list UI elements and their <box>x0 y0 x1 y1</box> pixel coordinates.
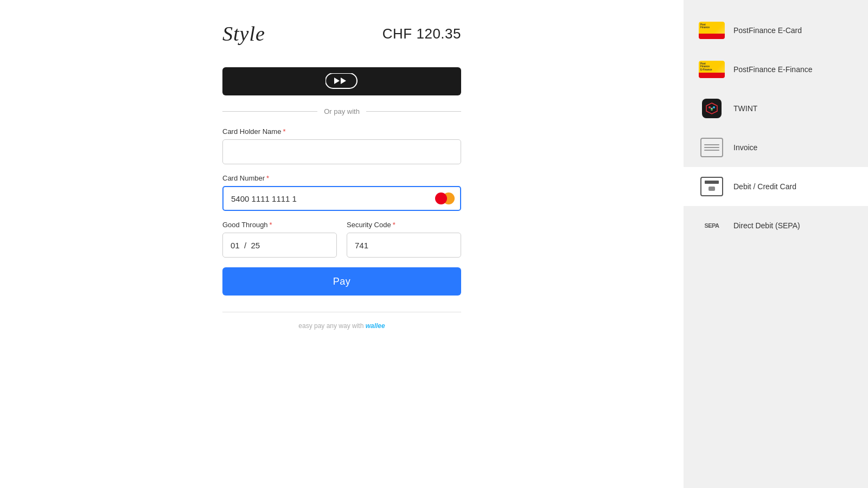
divider-line-right <box>366 111 461 112</box>
security-code-field-group: Security Code * <box>347 221 461 258</box>
card-number-wrapper <box>222 186 461 211</box>
mastercard-icon <box>435 192 455 204</box>
svg-marker-2 <box>341 78 346 84</box>
postfinance-ecard-icon: PostFinance <box>699 21 725 40</box>
express-pay-button[interactable] <box>222 67 461 95</box>
postfinance-ecard-label: PostFinance E-Card <box>733 26 802 35</box>
sidebar-item-postfinance-ecard[interactable]: PostFinance PostFinance E-Card <box>684 11 868 50</box>
footer: easy pay any way with wallee <box>222 322 461 330</box>
required-star-4: * <box>393 221 395 229</box>
invoice-icon <box>699 138 725 157</box>
sidebar-item-twint[interactable]: T TWINT <box>684 89 868 128</box>
divider-line-left <box>222 111 317 112</box>
card-number-field-group: Card Number * <box>222 174 461 211</box>
sepa-icon: SEPA <box>699 216 725 235</box>
required-star-3: * <box>270 221 272 229</box>
sidebar-item-sepa[interactable]: SEPA Direct Debit (SEPA) <box>684 206 868 245</box>
or-pay-with-divider: Or pay with <box>222 107 461 115</box>
brand-logo: Style <box>222 22 265 46</box>
wallee-brand: wallee <box>366 322 385 330</box>
good-through-label: Good Through * <box>222 221 337 229</box>
sepa-label: Direct Debit (SEPA) <box>733 221 800 230</box>
card-holder-input[interactable] <box>222 139 461 164</box>
required-star: * <box>283 127 285 136</box>
card-number-label: Card Number * <box>222 174 461 182</box>
svg-point-7 <box>713 106 715 108</box>
card-number-input[interactable] <box>222 186 461 211</box>
security-code-label: Security Code * <box>347 221 461 229</box>
security-code-input[interactable] <box>347 233 461 258</box>
debit-credit-card-label: Debit / Credit Card <box>733 182 796 191</box>
svg-point-6 <box>709 106 711 108</box>
invoice-label: Invoice <box>733 143 757 152</box>
svg-marker-1 <box>334 78 340 84</box>
card-holder-label: Card Holder Name * <box>222 127 461 136</box>
header: Style CHF 120.35 <box>222 22 461 46</box>
good-through-input[interactable] <box>222 233 337 258</box>
good-through-field-group: Good Through * <box>222 221 337 258</box>
sidebar-item-debit-credit-card[interactable]: Debit / Credit Card <box>684 167 868 206</box>
amount-display: CHF 120.35 <box>382 25 461 42</box>
sidebar-item-postfinance-efinance[interactable]: PostFinanceE-Finance PostFinance E-Finan… <box>684 50 868 89</box>
required-star-2: * <box>266 174 269 182</box>
form-container: Style CHF 120.35 Or pay with Card Holder… <box>222 22 461 330</box>
postfinance-efinance-icon: PostFinanceE-Finance <box>699 60 725 79</box>
expiry-security-row: Good Through * Security Code * <box>222 221 461 258</box>
card-holder-field-group: Card Holder Name * <box>222 127 461 164</box>
bottom-divider <box>222 312 461 312</box>
payment-form-area: Style CHF 120.35 Or pay with Card Holder… <box>0 0 684 488</box>
svg-point-8 <box>711 108 713 111</box>
payment-methods-sidebar: PostFinance PostFinance E-Card PostFinan… <box>684 0 868 488</box>
divider-text: Or pay with <box>324 107 360 115</box>
debit-credit-card-icon <box>699 177 725 196</box>
twint-icon: T <box>699 99 725 118</box>
sidebar-item-invoice[interactable]: Invoice <box>684 128 868 167</box>
pay-button[interactable]: Pay <box>222 267 461 296</box>
postfinance-efinance-label: PostFinance E-Finance <box>733 65 813 74</box>
twint-label: TWINT <box>733 104 757 113</box>
express-arrows-icon <box>326 73 358 89</box>
